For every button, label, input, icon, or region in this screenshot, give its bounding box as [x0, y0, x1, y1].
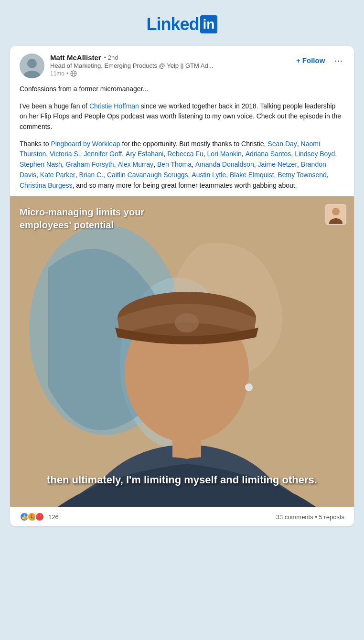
mention-lindsey-boyd[interactable]: Lindsey Boyd: [295, 150, 335, 158]
mention-adriana-santos[interactable]: Adriana Santos: [246, 150, 291, 158]
author-name-row: Matt McAllister • 2nd: [50, 53, 287, 62]
linkedin-logo: Linked in: [147, 14, 218, 34]
post-time: 11mo: [50, 70, 64, 77]
mention-jennifer-goff[interactable]: Jennifer Goff: [84, 150, 122, 158]
mention-ary-esfahani[interactable]: Ary Esfahani: [126, 150, 163, 158]
mention-caitlin-cavanaugh-scruggs[interactable]: Caitlin Cavanaugh Scruggs: [107, 171, 188, 179]
video-thumbnail-badge: [325, 204, 346, 225]
post-meta: 11mo •: [50, 70, 287, 77]
mention-stephen-nash[interactable]: Stephen Nash: [20, 160, 62, 168]
video-overlay-text-top: Micro-managing limits your employees' po…: [20, 206, 153, 232]
svg-point-16: [332, 208, 340, 215]
mention-ben-thoma[interactable]: Ben Thoma: [157, 160, 192, 168]
reaction-icons: 👍 🎉 ❤️: [20, 512, 44, 522]
svg-point-12: [175, 313, 199, 332]
mention-christie-hoffman[interactable]: Christie Hoffman: [89, 102, 139, 110]
paragraph-1: Confessions from a former micromanager..…: [20, 84, 344, 95]
mention-alex-murray[interactable]: Alex Murray: [118, 160, 153, 168]
paragraph-3: Thanks to Pingboard by Workleap for the …: [20, 139, 344, 191]
post-footer: 👍 🎉 ❤️ 126 33 comments • 5 reposts: [10, 507, 354, 526]
mention-lori-mankin[interactable]: Lori Mankin: [207, 150, 241, 158]
post-card: Matt McAllister • 2nd Head of Marketing,…: [10, 46, 354, 526]
mention-christina-burgess[interactable]: Christina Burgess: [20, 181, 73, 189]
svg-point-14: [245, 384, 253, 391]
mention-brian-c[interactable]: Brian C.: [79, 171, 104, 179]
svg-rect-13: [172, 430, 201, 459]
heart-reaction-icon: ❤️: [35, 512, 44, 522]
mention-betny-townsend[interactable]: Betny Townsend: [278, 171, 326, 179]
more-options-button[interactable]: ···: [332, 53, 344, 67]
video-overlay-text-bottom: then ultimately, I'm limiting myself and…: [36, 473, 328, 488]
stats-separator: •: [315, 513, 319, 521]
mention-victoria-s[interactable]: Victoria S.: [50, 150, 80, 158]
reposts-count[interactable]: 5 reposts: [319, 513, 344, 521]
author-title: Head of Marketing, Emerging Products @ Y…: [50, 62, 232, 69]
post-text: Confessions from a former micromanager..…: [20, 84, 344, 191]
reactions: 👍 🎉 ❤️ 126: [20, 512, 59, 522]
mention-rebecca-fu[interactable]: Rebecca Fu: [167, 150, 203, 158]
mention-graham-forsyth[interactable]: Graham Forsyth: [66, 160, 114, 168]
reaction-count: 126: [48, 513, 59, 521]
author-info: Matt McAllister • 2nd Head of Marketing,…: [50, 53, 287, 77]
paragraph-2: I've been a huge fan of Christie Hoffman…: [20, 101, 344, 132]
author-name[interactable]: Matt McAllister: [50, 53, 101, 62]
mention-pingboard[interactable]: Pingboard by Workleap: [51, 140, 120, 148]
post-content: Confessions from a former micromanager..…: [10, 84, 354, 196]
comments-count[interactable]: 33 comments: [276, 513, 313, 521]
globe-icon: [70, 70, 77, 77]
video-bg: Micro-managing limits your employees' po…: [10, 196, 354, 507]
mention-kate-parker[interactable]: Kate Parker: [40, 171, 75, 179]
video-container[interactable]: Micro-managing limits your employees' po…: [10, 196, 354, 507]
avatar[interactable]: [20, 53, 44, 78]
meta-separator: •: [66, 70, 68, 77]
mention-amanda-donaldson[interactable]: Amanda Donaldson: [195, 160, 254, 168]
logo-box: in: [200, 15, 218, 33]
post-header: Matt McAllister • 2nd Head of Marketing,…: [10, 46, 354, 84]
mention-austin-lytle[interactable]: Austin Lytle: [192, 171, 226, 179]
mention-blake-elmquist[interactable]: Blake Elmquist: [230, 171, 274, 179]
mention-jaime-netzer[interactable]: Jaime Netzer: [258, 160, 297, 168]
svg-point-1: [27, 59, 37, 68]
engagement-stats: 33 comments • 5 reposts: [276, 513, 344, 521]
follow-button[interactable]: + Follow: [292, 54, 329, 66]
connection-degree: • 2nd: [104, 54, 118, 61]
logo-text: Linked: [147, 14, 199, 34]
mention-sean-day[interactable]: Sean Day: [268, 140, 297, 148]
header-actions: + Follow ···: [292, 53, 344, 67]
